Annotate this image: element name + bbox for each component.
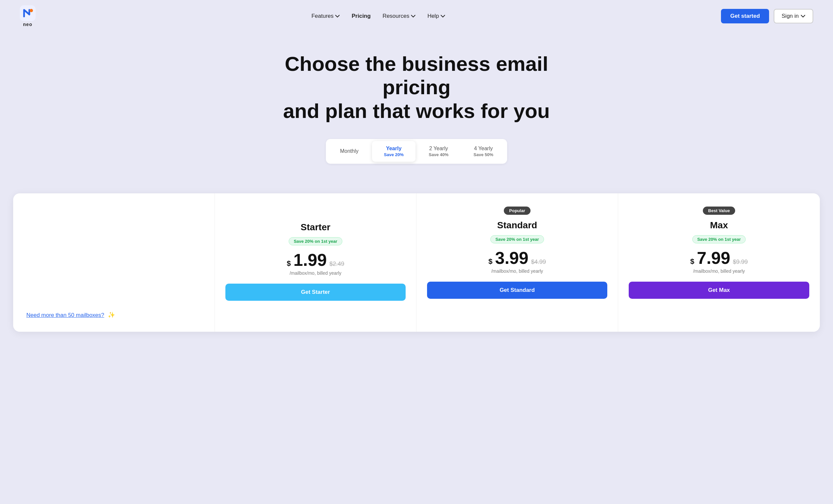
price-sub-max: /mailbox/mo, billed yearly — [693, 268, 745, 274]
chevron-down-icon — [411, 14, 415, 19]
chevron-down-icon — [335, 14, 340, 19]
price-original-max: $9.99 — [733, 259, 748, 265]
plan-name-starter: Starter — [301, 222, 330, 233]
hero-section: Choose the business email pricing and pl… — [0, 32, 833, 193]
neo-logo-icon — [20, 5, 35, 21]
logo[interactable]: neo — [20, 5, 35, 27]
nav-help[interactable]: Help — [427, 13, 445, 19]
price-dollar-starter: $ — [287, 259, 291, 268]
hero-title: Choose the business email pricing and pl… — [268, 52, 565, 123]
nav-resources[interactable]: Resources — [383, 13, 415, 19]
save-tag-starter: Save 20% on 1st year — [289, 237, 342, 245]
price-dollar-standard: $ — [488, 257, 492, 266]
price-dollar-max: $ — [690, 257, 694, 266]
get-standard-button[interactable]: Get Standard — [427, 282, 607, 299]
price-sub-standard: /mailbox/mo, billed yearly — [491, 268, 543, 274]
chevron-down-icon — [801, 14, 805, 19]
plan-card-standard: Popular Standard Save 20% on 1st year $ … — [416, 193, 618, 332]
price-row-standard: $ 3.99 $4.99 — [488, 249, 546, 266]
pricing-cards: Need more than 50 mailboxes? ✨ Starter S… — [13, 193, 820, 332]
get-max-button[interactable]: Get Max — [629, 282, 809, 299]
price-row-starter: $ 1.99 $2.49 — [287, 251, 344, 268]
price-original-starter: $2.49 — [330, 261, 344, 267]
svg-point-1 — [30, 9, 33, 12]
mailbox-link[interactable]: Need more than 50 mailboxes? — [26, 312, 104, 318]
toggle-yearly[interactable]: Yearly Save 20% — [372, 141, 415, 162]
price-main-starter: 1.99 — [293, 251, 327, 268]
plan-card-max: Best Value Max Save 20% on 1st year $ 7.… — [618, 193, 820, 332]
billing-toggle: Monthly Yearly Save 20% 2 Yearly Save 40… — [326, 139, 507, 164]
plan-name-max: Max — [710, 220, 728, 231]
pricing-section: Need more than 50 mailboxes? ✨ Starter S… — [0, 193, 833, 345]
price-original-standard: $4.99 — [531, 259, 546, 265]
price-sub-starter: /mailbox/mo, billed yearly — [290, 270, 341, 276]
nav-features[interactable]: Features — [311, 13, 340, 19]
toggle-2yearly[interactable]: 2 Yearly Save 40% — [417, 141, 460, 162]
price-row-max: $ 7.99 $9.99 — [690, 249, 748, 266]
sign-in-button[interactable]: Sign in — [774, 9, 813, 23]
sparkle-icon: ✨ — [108, 312, 115, 318]
save-tag-max: Save 20% on 1st year — [692, 235, 746, 243]
save-tag-standard: Save 20% on 1st year — [490, 235, 544, 243]
plan-name-standard: Standard — [497, 220, 537, 231]
toggle-4yearly[interactable]: 4 Yearly Save 50% — [462, 141, 505, 162]
get-starter-button[interactable]: Get Starter — [225, 284, 406, 301]
logo-text: neo — [23, 22, 32, 27]
price-main-standard: 3.99 — [495, 249, 528, 266]
toggle-monthly[interactable]: Monthly — [328, 144, 371, 159]
best-value-badge: Best Value — [703, 207, 735, 215]
price-main-max: 7.99 — [697, 249, 730, 266]
nav-links: Features Pricing Resources Help — [311, 13, 445, 19]
popular-badge: Popular — [504, 207, 530, 215]
nav-actions: Get started Sign in — [721, 9, 813, 23]
left-column: Need more than 50 mailboxes? ✨ — [13, 193, 215, 332]
nav-pricing[interactable]: Pricing — [352, 13, 371, 19]
get-started-button[interactable]: Get started — [721, 9, 769, 23]
navbar: neo Features Pricing Resources Help Get … — [0, 0, 833, 32]
mailbox-link-row: Need more than 50 mailboxes? ✨ — [26, 311, 201, 318]
plan-card-starter: Starter Save 20% on 1st year $ 1.99 $2.4… — [215, 193, 416, 332]
chevron-down-icon — [441, 14, 445, 19]
